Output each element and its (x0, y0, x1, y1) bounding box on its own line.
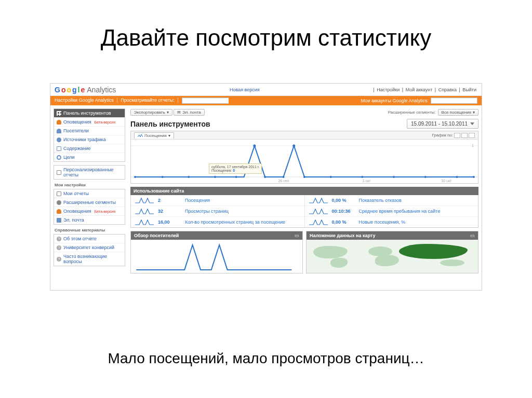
sidebar-item[interactable]: Мои отчеты (54, 189, 125, 198)
world-map[interactable] (307, 240, 478, 273)
email-button[interactable]: ✉ Эл. почта (174, 109, 204, 116)
metric-row[interactable]: 0,00 %Новые посещения, % (305, 217, 478, 227)
ga-header: Google Analytics Новая версия | Настройк… (50, 84, 482, 96)
sidebar-item[interactable]: Источники трафика (54, 135, 125, 144)
svg-text:1: 1 (472, 144, 474, 147)
svg-point-12 (330, 176, 332, 178)
ga-settings-link[interactable]: Настройки Google Analytics (55, 98, 117, 103)
svg-text:10 окт: 10 окт (441, 179, 452, 183)
svg-point-15 (424, 176, 427, 178)
sidebar-item-label: Оповещения (63, 119, 91, 125)
new-version-link[interactable]: Новая версия (230, 87, 260, 92)
map-overlay-panel: Наложение данных на карту▭ (306, 231, 478, 273)
sidebar: Панель инструментовОповещенияБета-версия… (50, 105, 128, 290)
xaxis-tick: 26 сен (278, 179, 289, 183)
beta-badge: Бета-версия (95, 210, 115, 213)
q-icon: ? (57, 237, 61, 241)
sidebar-my-title: Мои настройки (54, 183, 125, 189)
svg-point-5 (214, 176, 216, 178)
sidebar-nav-extra: Персонализированные отчеты (54, 165, 125, 180)
segments-dropdown[interactable]: Все посещения ▾ (438, 109, 478, 116)
svg-point-8 (264, 176, 266, 178)
sparkline-icon (308, 197, 329, 204)
help-link[interactable]: Справка (437, 87, 458, 92)
svg-point-4 (188, 176, 190, 178)
sidebar-item-label: Часто возникающие вопросы (63, 254, 122, 264)
metric-row[interactable]: 0,00 %Показатель отказов (305, 195, 478, 206)
svg-point-9 (282, 176, 284, 178)
svg-point-3 (162, 176, 164, 178)
metric-value: 0,00 % (332, 198, 356, 203)
sparkline-icon (308, 218, 329, 226)
sidebar-item-label: Эл. почта (63, 217, 84, 223)
visitors-overview-chart[interactable] (131, 240, 302, 273)
sidebar-item-label: Содержание (63, 146, 91, 151)
sidebar-item-label: Оповещения (63, 209, 91, 214)
sidebar-nav-ref: ?Об этом отчете?Университет конверсий?Ча… (54, 234, 125, 266)
sidebar-item[interactable]: ?Часто возникающие вопросы (54, 252, 125, 266)
panel-menu-icon[interactable]: ▭ (470, 233, 475, 238)
slide-title: Давайте посмотрим статистику (0, 0, 532, 62)
sparkline-icon (134, 208, 155, 215)
metric-label: Посещения (185, 198, 210, 203)
ga-logo: Google Analytics (55, 86, 116, 94)
bell-icon (57, 120, 61, 125)
metric-row[interactable]: 2Посещения (131, 195, 304, 206)
metric-row[interactable]: 00:10:36Среднее время пребывания на сайт… (305, 206, 478, 217)
sidebar-item[interactable]: ОповещенияБета-версия (54, 118, 125, 127)
chart-tooltip: суббота, 17 сентября 2011 г. Посещения: … (209, 163, 262, 174)
sidebar-item[interactable]: Панель инструментов (54, 109, 125, 118)
metric-row[interactable]: 16,00Кол-во просмотренных страниц за пос… (131, 217, 304, 227)
metric-row[interactable]: 32Просмотры страниц (131, 206, 304, 217)
sidebar-item-label: Источники трафика (63, 137, 106, 142)
sidebar-item[interactable]: ОповещенияБета-версия (54, 207, 125, 216)
sidebar-nav-main: Панель инструментовОповещенияБета-версия… (54, 108, 125, 162)
view-week-icon[interactable] (461, 133, 468, 138)
main-area: Экспортировать ▾ ✉ Эл. почта Расширенные… (128, 105, 482, 290)
accounts-dropdown[interactable] (431, 98, 477, 104)
slide-caption: Мало посещений, мало просмотров страниц… (0, 350, 532, 367)
sidebar-item[interactable]: ?Об этом отчете (54, 235, 125, 243)
sidebar-item[interactable]: Содержание (54, 144, 125, 153)
sidebar-item[interactable]: Расширенные сегменты (54, 198, 125, 207)
sidebar-item[interactable]: Посетители (54, 127, 125, 135)
sparkline-icon (308, 208, 329, 215)
sparkline-icon (134, 197, 155, 204)
sidebar-item[interactable]: Цели (54, 153, 125, 161)
exit-link[interactable]: Выйти (461, 87, 477, 92)
chart-metric-tab[interactable]: Посещения ▾ (134, 132, 174, 139)
svg-point-10 (292, 145, 295, 147)
sidebar-item[interactable]: ?Университет конверсий (54, 243, 125, 252)
view-day-icon[interactable] (454, 133, 460, 138)
view-month-icon[interactable] (469, 133, 475, 138)
grid-icon (57, 111, 61, 116)
gear-icon (57, 200, 61, 205)
sidebar-item[interactable]: Персонализированные отчеты (54, 166, 125, 179)
sidebar-item[interactable]: Эл. почта (54, 216, 125, 224)
bell-icon (57, 209, 61, 214)
segments-label: Расширенные сегменты: (388, 110, 436, 115)
metric-value: 00:10:36 (332, 209, 356, 214)
profile-dropdown[interactable] (182, 98, 229, 104)
globe-icon (57, 138, 61, 142)
doc-icon (57, 170, 61, 175)
sidebar-item-label: Персонализированные отчеты (63, 167, 122, 177)
my-account-link[interactable]: Мой аккаунт (405, 87, 434, 92)
metric-value: 32 (158, 209, 182, 214)
settings-link[interactable]: Настройки (376, 87, 401, 92)
panel-title: Панель инструментов (130, 120, 210, 128)
q-icon: ? (57, 257, 61, 262)
chart-canvas[interactable]: 1 26 сен 3 окт 10 окт суббота, 17 сентяб… (131, 140, 478, 183)
export-button[interactable]: Экспортировать ▾ (130, 109, 172, 116)
metric-value: 0,00 % (332, 219, 356, 225)
panel-menu-icon[interactable]: ▭ (295, 233, 299, 238)
sparkline-icon (134, 218, 155, 226)
sidebar-item-label: Расширенные сегменты (63, 200, 116, 205)
sidebar-item-label: Панель инструментов (63, 111, 111, 116)
sidebar-item-label: Об этом отчете (63, 236, 97, 241)
date-range-picker[interactable]: 15.09.2011 - 15.10.2011 (407, 119, 478, 129)
q-icon: ? (57, 245, 61, 250)
graphic-by-label: График по: (432, 133, 453, 138)
visitors-overview-panel: Обзор посетителей▭ (130, 231, 303, 273)
metric-value: 2 (158, 198, 182, 203)
